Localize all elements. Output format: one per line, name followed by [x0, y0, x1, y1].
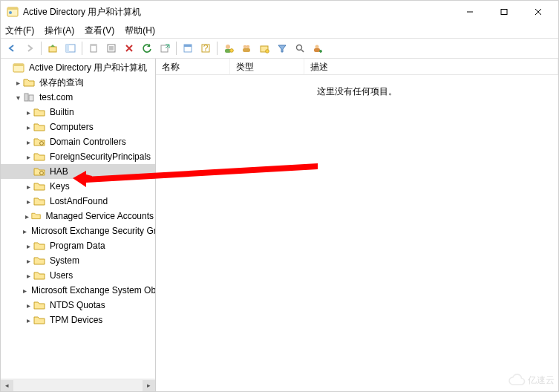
expand-icon[interactable]: ▸ [23, 242, 33, 250]
folder-icon [33, 180, 45, 192]
new-group-icon[interactable] [238, 40, 255, 56]
folder-icon [33, 255, 45, 267]
close-button[interactable] [521, 1, 555, 23]
expand-icon[interactable]: ▸ [23, 123, 33, 131]
delete-icon[interactable] [121, 40, 137, 56]
tree-label: HAB [48, 166, 70, 177]
forward-button[interactable] [22, 40, 38, 56]
tree-label: Microsoft Exchange Security Groups [30, 226, 155, 236]
folder-icon [33, 240, 45, 252]
tree-label: TPM Devices [48, 315, 104, 325]
tree-domain[interactable]: ▾ test.com [1, 90, 155, 105]
new-ou-icon[interactable] [256, 40, 272, 56]
tree-msa[interactable]: ▸Managed Service Accounts [1, 209, 155, 223]
add-to-group-icon[interactable] [310, 40, 326, 56]
expand-icon[interactable]: ▸ [23, 108, 33, 117]
svg-rect-7 [49, 47, 56, 52]
tree-ms-exchange-sys[interactable]: ▸Microsoft Exchange System Objects [1, 283, 155, 298]
up-button[interactable] [45, 40, 61, 56]
col-name[interactable]: 名称 [156, 59, 230, 74]
expand-icon[interactable]: ▸ [23, 301, 33, 310]
tree-computers[interactable]: ▸Computers [1, 120, 155, 134]
properties-icon[interactable] [180, 40, 196, 56]
expand-icon[interactable]: ▸ [23, 212, 31, 220]
tree-users[interactable]: ▸Users [1, 268, 155, 283]
tree-system[interactable]: ▸System [1, 253, 155, 268]
tree-label: Managed Service Accounts [45, 211, 155, 221]
menu-file[interactable]: 文件(F) [5, 24, 34, 37]
tree-ntds-quotas[interactable]: ▸NTDS Quotas [1, 298, 155, 313]
svg-point-25 [246, 45, 250, 49]
scroll-left-icon[interactable]: ◂ [1, 380, 13, 391]
window-buttons [453, 1, 555, 23]
back-button[interactable] [4, 40, 20, 56]
svg-rect-36 [29, 95, 33, 101]
show-hide-tree-button[interactable] [62, 40, 79, 56]
empty-message: 这里没有任何项目。 [156, 85, 558, 98]
tree-builtin[interactable]: ▸Builtin [1, 105, 155, 120]
copy-icon[interactable] [103, 40, 120, 56]
expand-icon[interactable]: ▸ [23, 272, 33, 280]
tree-pane: Active Directory 用户和计算机 ▸ 保存的查询 ▾ test.c… [1, 59, 156, 391]
col-type[interactable]: 类型 [230, 59, 304, 74]
expand-icon[interactable]: ▸ [23, 138, 33, 146]
svg-text:?: ? [203, 43, 209, 53]
window-title: Active Directory 用户和计算机 [23, 6, 453, 19]
tree-root[interactable]: Active Directory 用户和计算机 [1, 60, 155, 75]
expand-icon[interactable]: ▸ [23, 257, 33, 265]
svg-rect-34 [13, 64, 24, 66]
menu-action[interactable]: 操作(A) [45, 24, 74, 37]
expand-icon[interactable]: ▸ [23, 197, 33, 206]
tree-domain-controllers[interactable]: ▸Domain Controllers [1, 134, 155, 149]
expand-icon[interactable]: ▸ [23, 287, 27, 295]
expand-icon[interactable]: ▸ [13, 79, 23, 87]
find-icon[interactable] [292, 40, 308, 56]
folder-icon [33, 195, 45, 207]
tree-keys[interactable]: ▸Keys [1, 179, 155, 194]
svg-rect-11 [91, 45, 97, 46]
tree-fsp[interactable]: ▸ForeignSecurityPrincipals [1, 149, 155, 164]
col-desc[interactable]: 描述 [304, 59, 558, 74]
tree-label: LostAndFound [48, 196, 109, 206]
tree-label: Microsoft Exchange System Objects [30, 285, 155, 295]
toolbar-separator [82, 42, 82, 55]
tree-hab[interactable]: HAB [1, 164, 155, 179]
minimize-button[interactable] [453, 1, 487, 23]
maximize-button[interactable] [487, 1, 521, 23]
svg-rect-16 [161, 45, 168, 52]
svg-point-28 [266, 50, 269, 53]
tree-lostandfound[interactable]: ▸LostAndFound [1, 194, 155, 209]
scroll-right-icon[interactable]: ▸ [143, 380, 155, 391]
tree-saved-queries[interactable]: ▸ 保存的查询 [1, 75, 155, 90]
horizontal-scrollbar[interactable]: ◂ ▸ [1, 379, 155, 391]
tree-label: test.com [38, 92, 74, 102]
folder-icon [33, 151, 45, 163]
expand-icon[interactable]: ▸ [23, 153, 33, 161]
cut-icon[interactable] [85, 40, 102, 56]
tree-program-data[interactable]: ▸Program Data [1, 238, 155, 253]
svg-rect-4 [501, 10, 507, 15]
tree-ms-exchange-security[interactable]: ▸Microsoft Exchange Security Groups [1, 223, 155, 238]
filter-icon[interactable] [274, 40, 290, 56]
toolbar-separator [41, 42, 42, 55]
help-icon[interactable]: ? [197, 40, 214, 56]
new-user-icon[interactable] [220, 40, 237, 56]
tree-label: Keys [48, 181, 71, 192]
export-icon[interactable] [157, 40, 173, 56]
svg-rect-32 [314, 48, 320, 52]
tree-label: Users [48, 270, 74, 281]
tree-label: Active Directory 用户和计算机 [27, 62, 148, 74]
refresh-icon[interactable] [139, 40, 155, 56]
menu-help[interactable]: 帮助(H) [125, 24, 155, 37]
collapse-icon[interactable]: ▾ [13, 94, 23, 102]
tree-label: NTDS Quotas [48, 300, 107, 310]
watermark: 亿速云 [508, 371, 555, 389]
menu-view[interactable]: 查看(V) [85, 24, 114, 37]
tree-tpm-devices[interactable]: ▸TPM Devices [1, 313, 155, 327]
tree[interactable]: Active Directory 用户和计算机 ▸ 保存的查询 ▾ test.c… [1, 59, 155, 379]
folder-icon [33, 106, 45, 118]
expand-icon[interactable]: ▸ [23, 316, 33, 324]
expand-icon[interactable]: ▸ [23, 183, 33, 191]
expand-icon[interactable]: ▸ [23, 227, 27, 235]
menubar: 文件(F) 操作(A) 查看(V) 帮助(H) [1, 23, 558, 38]
